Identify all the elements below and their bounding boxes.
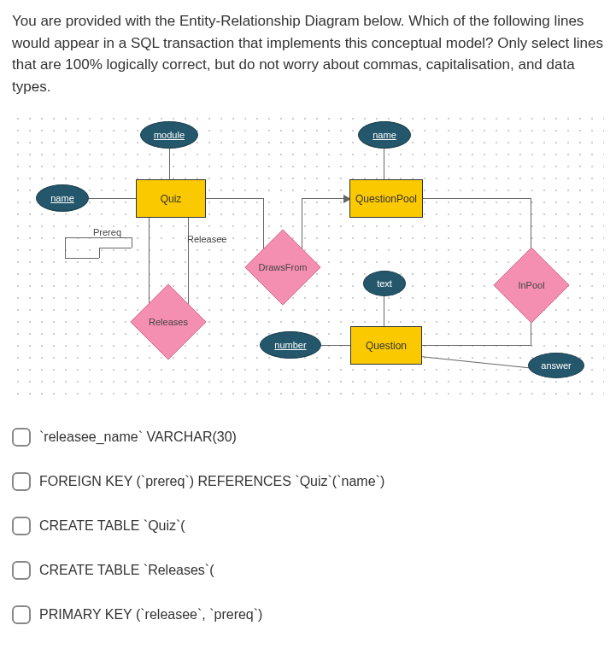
answer-options: `releasee_name` VARCHAR(30) FOREIGN KEY … — [12, 427, 604, 625]
line — [203, 198, 263, 199]
option-label: CREATE TABLE `Releases`( — [39, 560, 214, 581]
attr-text: text — [363, 271, 406, 296]
checkbox[interactable] — [12, 605, 31, 624]
checkbox[interactable] — [12, 428, 31, 447]
role-prereq: Prereq — [93, 225, 121, 240]
option-label: PRIMARY KEY (`releasee`, `prereq`) — [39, 605, 262, 625]
attr-answer: answer — [528, 353, 584, 378]
entity-question: Question — [350, 326, 422, 365]
rel-releases: Releases — [130, 283, 207, 360]
rel-drawsfrom: DrawsFrom — [244, 229, 321, 306]
line — [302, 198, 349, 199]
line — [65, 237, 66, 258]
attr-quiz-name: name — [36, 184, 89, 212]
line — [420, 345, 531, 346]
er-diagram: module name name number text answer Quiz… — [12, 113, 604, 403]
option-label: `releasee_name` VARCHAR(30) — [39, 427, 237, 447]
line — [132, 237, 132, 248]
line — [420, 198, 531, 199]
option-label: CREATE TABLE `Quiz`( — [39, 516, 185, 536]
rel-inpool: InPool — [493, 247, 570, 324]
line — [65, 258, 99, 259]
attr-number: number — [260, 331, 321, 359]
option-5[interactable]: PRIMARY KEY (`releasee`, `prereq`) — [12, 605, 604, 625]
line — [169, 145, 170, 179]
option-2[interactable]: FOREIGN KEY (`prereq`) REFERENCES `Quiz`… — [12, 471, 604, 492]
role-releasee: Releasee — [187, 232, 226, 247]
attr-module: module — [140, 121, 198, 149]
option-1[interactable]: `releasee_name` VARCHAR(30) — [12, 427, 604, 447]
line — [85, 198, 137, 199]
entity-quiz: Quiz — [136, 179, 206, 218]
checkbox[interactable] — [12, 517, 31, 535]
line — [420, 356, 531, 369]
attr-pool-name: name — [358, 121, 411, 149]
line — [384, 296, 384, 326]
line — [99, 248, 100, 258]
option-label: FOREIGN KEY (`prereq`) REFERENCES `Quiz`… — [39, 471, 384, 492]
line — [99, 248, 132, 248]
option-4[interactable]: CREATE TABLE `Releases`( — [12, 560, 604, 581]
checkbox[interactable] — [12, 472, 31, 491]
question-prompt: You are provided with the Entity-Relatio… — [12, 10, 604, 97]
option-3[interactable]: CREATE TABLE `Quiz`( — [12, 516, 604, 536]
line — [318, 345, 352, 346]
entity-questionpool: QuestionPool — [349, 179, 423, 218]
checkbox[interactable] — [12, 561, 31, 580]
line — [384, 145, 384, 179]
